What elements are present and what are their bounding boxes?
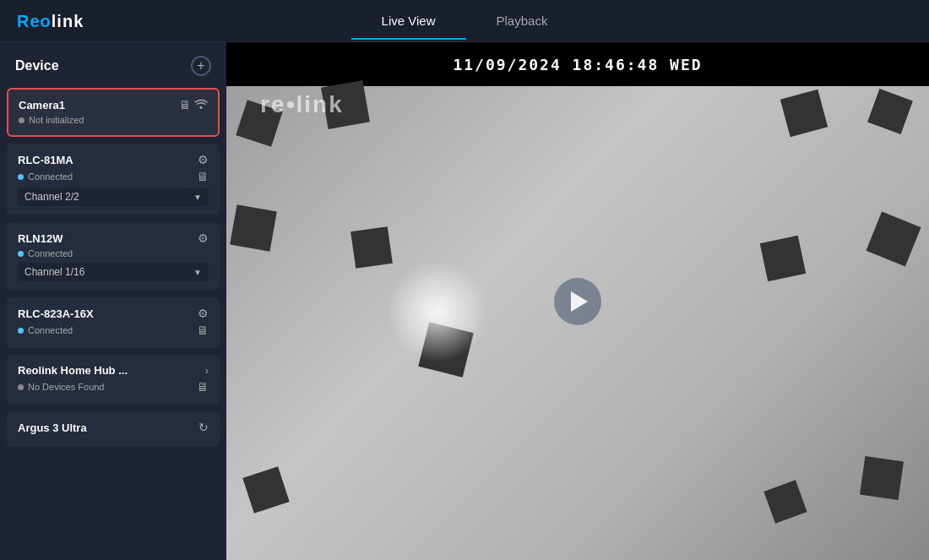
chevron-down-icon-rln12w: ▼: [193, 268, 202, 277]
logo-reo: Reo: [17, 11, 52, 30]
status-text-rlc81ma: Connected: [28, 171, 73, 182]
cam-square: [231, 204, 278, 252]
cam-square: [867, 212, 921, 267]
device-card-top: Camera1 🖥: [19, 98, 208, 111]
monitor-icon-rlc81ma: 🖥: [197, 170, 209, 183]
gear-icon-rlc81ma[interactable]: ⚙: [198, 153, 209, 166]
device-icons-camera1: 🖥: [179, 98, 208, 111]
app-logo: Reolink: [17, 11, 84, 30]
device-status-row-camera1: Not initialized: [19, 115, 208, 125]
status-text-camera1: Not initialized: [29, 115, 84, 125]
device-card-top-rln12w: RLN12W ⚙: [18, 231, 209, 245]
device-card-rlc823a[interactable]: RLC-823A-16X ⚙ Connected 🖥: [7, 297, 220, 348]
device-card-homehub[interactable]: Reolink Home Hub ... › No Devices Found …: [7, 355, 220, 405]
device-card-rlc81ma[interactable]: RLC-81MA ⚙ Connected 🖥 Channel 2/2 ▼: [7, 144, 220, 215]
device-card-rln12w[interactable]: RLN12W ⚙ Connected Channel 1/16 ▼: [7, 222, 220, 291]
status-text-rln12w: Connected: [28, 248, 73, 258]
status-dot-rln12w: [18, 251, 24, 257]
cam-square: [867, 89, 913, 134]
device-status-row-rln12w: Connected: [18, 248, 209, 258]
monitor-icon-homehub: 🖥: [197, 380, 209, 394]
device-card-argus3ultra[interactable]: Argus 3 Ultra ↻: [7, 411, 220, 447]
device-icons-rlc81ma: ⚙: [198, 153, 209, 166]
gear-icon-rln12w[interactable]: ⚙: [198, 231, 209, 245]
channel-label-rlc81ma: Channel 2/2: [24, 191, 79, 203]
add-device-button[interactable]: +: [191, 56, 211, 76]
device-name-camera1: Camera1: [19, 99, 65, 111]
device-icons-homehub: ›: [205, 364, 209, 377]
device-name-rlc81ma: RLC-81MA: [18, 154, 73, 166]
cam-square: [860, 456, 904, 500]
play-triangle-icon: [571, 291, 588, 312]
status-text-homehub: No Devices Found: [28, 382, 105, 392]
sidebar: Device + Camera1 🖥 Not initialized: [0, 42, 226, 560]
logo-link: link: [52, 11, 84, 30]
device-name-rln12w: RLN12W: [18, 232, 62, 245]
sidebar-header: Device +: [0, 42, 226, 84]
device-card-top-homehub: Reolink Home Hub ... ›: [18, 364, 209, 377]
channel-label-rln12w: Channel 1/16: [24, 266, 84, 278]
nav-tabs: Live View Playback: [351, 2, 579, 40]
wifi-icon: [194, 98, 208, 111]
sidebar-title: Device: [15, 58, 59, 73]
main-area: Device + Camera1 🖥 Not initialized: [0, 42, 929, 560]
cam-square: [350, 226, 393, 269]
channel-selector-rlc81ma[interactable]: Channel 2/2 ▼: [18, 188, 209, 206]
video-logo-overlay: relink: [260, 91, 344, 118]
camera-feed: 11/09/2024 18:46:48 WED relink: [226, 42, 929, 560]
status-dot-camera1: [19, 117, 24, 123]
status-dot-homehub: [18, 384, 24, 390]
app-header: Reolink Live View Playback: [0, 0, 929, 42]
device-card-top-argus3ultra: Argus 3 Ultra ↻: [18, 421, 209, 434]
cam-bright-spot: [387, 261, 488, 362]
cam-square: [764, 480, 807, 523]
device-name-homehub: Reolink Home Hub ...: [18, 364, 128, 377]
monitor-icon-rlc823a: 🖥: [197, 323, 209, 337]
device-status-row-rlc823a: Connected 🖥: [18, 323, 209, 337]
cam-square: [760, 236, 807, 282]
device-icons-argus3ultra: ↻: [198, 421, 209, 434]
gear-icon-rlc823a[interactable]: ⚙: [198, 307, 209, 320]
refresh-icon-argus3ultra[interactable]: ↻: [198, 421, 209, 434]
device-card-camera1[interactable]: Camera1 🖥 Not initialized: [7, 88, 220, 137]
device-status-row-homehub: No Devices Found 🖥: [18, 380, 209, 394]
chevron-down-icon-rlc81ma: ▼: [193, 193, 202, 202]
cam-square: [242, 466, 289, 513]
device-card-top-rlc81ma: RLC-81MA ⚙: [18, 153, 209, 166]
status-text-rlc823a: Connected: [28, 325, 73, 335]
tab-playback[interactable]: Playback: [466, 2, 579, 40]
video-area: 11/09/2024 18:46:48 WED relink: [226, 42, 929, 560]
device-icons-rln12w: ⚙: [198, 231, 209, 245]
status-dot-rlc823a: [18, 328, 24, 334]
cam-square: [780, 90, 828, 137]
device-card-top-rlc823a: RLC-823A-16X ⚙: [18, 307, 209, 320]
device-name-argus3ultra: Argus 3 Ultra: [18, 421, 87, 434]
tab-live-view[interactable]: Live View: [351, 2, 466, 40]
channel-selector-rln12w[interactable]: Channel 1/16 ▼: [18, 263, 209, 281]
monitor-icon: 🖥: [179, 98, 191, 111]
device-name-rlc823a: RLC-823A-16X: [18, 307, 94, 320]
device-status-row-rlc81ma: Connected 🖥: [18, 170, 209, 183]
status-dot-rlc81ma: [18, 174, 24, 180]
video-timestamp: 11/09/2024 18:46:48 WED: [446, 54, 709, 75]
device-icons-rlc823a: ⚙: [198, 307, 209, 320]
play-button[interactable]: [554, 278, 601, 325]
arrow-right-icon-homehub[interactable]: ›: [205, 364, 209, 377]
